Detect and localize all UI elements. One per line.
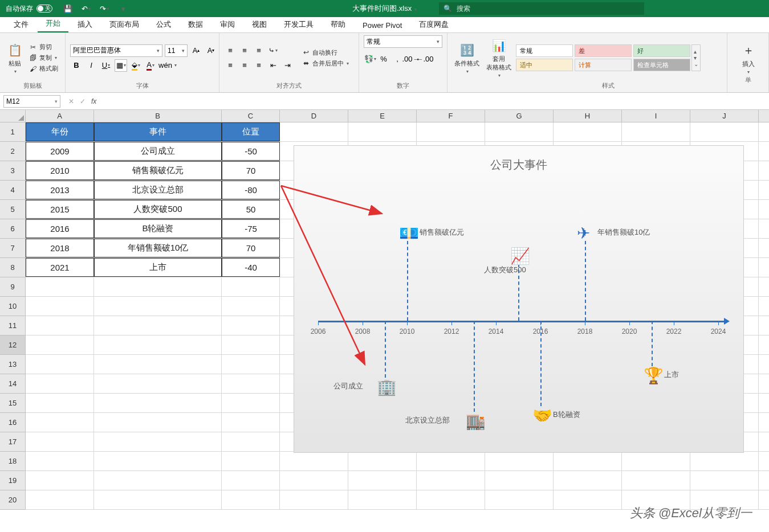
table-format-button[interactable]: 📊 套用 表格格式▾ xyxy=(484,36,514,79)
conditional-format-button[interactable]: 🔢 条件格式▾ xyxy=(452,41,482,75)
font-name-select[interactable]: 阿里巴巴普惠体 xyxy=(70,44,162,57)
name-box[interactable]: M12 xyxy=(3,95,60,108)
cell[interactable]: -75 xyxy=(222,219,280,238)
copy-button[interactable]: 🗐复制▾ xyxy=(27,53,60,63)
paste-button[interactable]: 📋 粘贴 ▾ xyxy=(5,41,25,75)
row-header[interactable]: 7 xyxy=(0,239,26,258)
cell[interactable] xyxy=(554,452,622,470)
row-header[interactable]: 11 xyxy=(0,316,26,335)
fill-color-button[interactable]: ⬙▾ xyxy=(129,59,142,72)
cell[interactable] xyxy=(485,490,554,509)
cell[interactable]: 70 xyxy=(222,239,280,257)
orientation-icon[interactable]: ⤷▾ xyxy=(267,44,279,57)
cell[interactable] xyxy=(417,452,485,470)
cell[interactable]: 年销售额破10亿 xyxy=(94,239,222,257)
align-top-icon[interactable]: ≡ xyxy=(224,44,237,57)
tab-view[interactable]: 视图 xyxy=(244,16,275,32)
row-header[interactable]: 16 xyxy=(0,413,26,432)
row-header[interactable]: 9 xyxy=(0,277,26,297)
align-center-icon[interactable]: ≡ xyxy=(238,59,251,72)
cell[interactable] xyxy=(94,335,222,354)
cell[interactable]: 位置 xyxy=(222,122,280,141)
cell[interactable] xyxy=(26,413,94,432)
cell[interactable]: 公司成立 xyxy=(94,142,222,161)
cell[interactable] xyxy=(622,122,690,141)
cell[interactable]: -50 xyxy=(222,142,280,161)
select-all-corner[interactable] xyxy=(0,110,26,122)
cell[interactable]: 年份 xyxy=(26,122,94,141)
tab-page-layout[interactable]: 页面布局 xyxy=(101,16,147,32)
row-header[interactable]: 3 xyxy=(0,161,26,181)
cell[interactable] xyxy=(222,394,280,412)
row-header[interactable]: 4 xyxy=(0,181,26,200)
cell[interactable] xyxy=(622,452,690,470)
cell[interactable]: 人数突破500 xyxy=(94,200,222,219)
align-right-icon[interactable]: ≡ xyxy=(253,59,265,72)
cell[interactable] xyxy=(26,316,94,335)
cell[interactable] xyxy=(94,355,222,374)
redo-icon[interactable]: ↷▾ xyxy=(99,3,109,14)
font-color-button[interactable]: A▾ xyxy=(144,59,157,72)
enter-icon[interactable]: ✓ xyxy=(80,97,86,105)
cell[interactable] xyxy=(94,471,222,490)
expand-gallery-icon[interactable]: ▴▾⌄ xyxy=(691,44,701,71)
style-check[interactable]: 检查单元格 xyxy=(633,59,690,71)
cell[interactable] xyxy=(222,413,280,432)
row-header[interactable]: 13 xyxy=(0,355,26,374)
cell[interactable] xyxy=(280,452,348,470)
cell[interactable] xyxy=(94,297,222,316)
cell[interactable] xyxy=(94,374,222,393)
cell[interactable]: B轮融资 xyxy=(94,219,222,238)
tab-home[interactable]: 开始 xyxy=(38,15,68,32)
cell[interactable] xyxy=(222,355,280,374)
column-header[interactable]: B xyxy=(94,110,222,122)
row-header[interactable]: 15 xyxy=(0,394,26,413)
underline-button[interactable]: U▾ xyxy=(100,59,112,72)
cell[interactable]: 销售额破亿元 xyxy=(94,161,222,180)
cell[interactable] xyxy=(485,122,554,141)
cell[interactable] xyxy=(26,394,94,412)
decrease-font-icon[interactable]: A▾ xyxy=(205,44,217,57)
cell[interactable]: 2010 xyxy=(26,161,94,180)
qat-more-icon[interactable]: ▾ xyxy=(118,3,128,14)
timeline-chart[interactable]: 公司大事件 2006200820102012201420162018202020… xyxy=(294,145,744,453)
row-header[interactable]: 20 xyxy=(0,490,26,510)
increase-indent-icon[interactable]: ⇥ xyxy=(281,59,294,72)
increase-font-icon[interactable]: A▴ xyxy=(190,44,202,57)
fx-icon[interactable]: fx xyxy=(91,97,96,105)
phonetic-button[interactable]: wén xyxy=(159,59,172,72)
cell[interactable]: 50 xyxy=(222,200,280,219)
row-header[interactable]: 2 xyxy=(0,142,26,161)
style-calc[interactable]: 计算 xyxy=(575,59,632,71)
formula-input[interactable] xyxy=(102,95,769,108)
column-header[interactable]: E xyxy=(348,110,417,122)
cell[interactable] xyxy=(222,316,280,335)
bold-button[interactable]: B xyxy=(70,59,83,72)
cell[interactable] xyxy=(26,490,94,509)
column-header[interactable]: G xyxy=(485,110,554,122)
column-header[interactable]: C xyxy=(222,110,280,122)
cell[interactable] xyxy=(554,471,622,490)
style-bad[interactable]: 差 xyxy=(575,44,632,57)
column-header[interactable]: A xyxy=(26,110,94,122)
column-header[interactable]: F xyxy=(417,110,485,122)
font-size-select[interactable]: 11 xyxy=(165,44,188,57)
cell[interactable] xyxy=(222,471,280,490)
insert-cells-button[interactable]: ＋ 插入▾ xyxy=(738,42,759,76)
cell[interactable] xyxy=(222,335,280,354)
percent-icon[interactable]: % xyxy=(377,52,390,65)
row-header[interactable]: 17 xyxy=(0,432,26,452)
cell[interactable]: -80 xyxy=(222,181,280,199)
row-header[interactable]: 5 xyxy=(0,200,26,219)
cell[interactable] xyxy=(485,471,554,490)
tab-developer[interactable]: 开发工具 xyxy=(276,16,322,32)
cell[interactable] xyxy=(94,432,222,451)
cell[interactable] xyxy=(690,471,759,490)
cell[interactable] xyxy=(417,490,485,509)
tab-data[interactable]: 数据 xyxy=(180,16,211,32)
cell[interactable] xyxy=(690,122,759,141)
cell[interactable]: 70 xyxy=(222,161,280,180)
cell[interactable] xyxy=(94,316,222,335)
cell[interactable]: 2018 xyxy=(26,239,94,257)
cell[interactable]: -40 xyxy=(222,258,280,277)
